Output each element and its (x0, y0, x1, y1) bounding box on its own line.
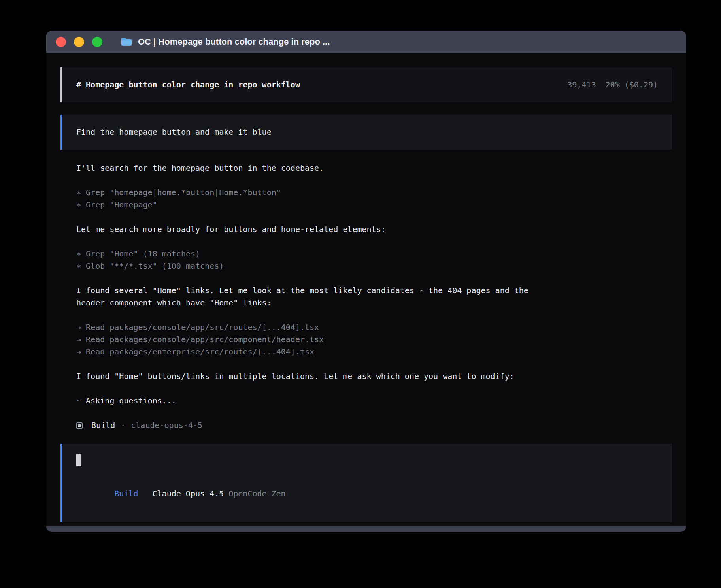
tool-call-group: ∗ Grep "Home" (18 matches)∗ Glob "**/*.t… (76, 248, 672, 272)
folder-icon (121, 37, 132, 47)
footer-hints-left: esc interrupt (130, 531, 192, 532)
user-message-text: Find the homepage button and make it blu… (76, 127, 272, 137)
tool-call-line: ∗ Grep "Homepage" (76, 199, 672, 211)
assistant-message: I found "Home" buttons/links in multiple… (76, 370, 557, 383)
assistant-message: I found several "Home" links. Let me loo… (76, 285, 557, 309)
session-title: # Homepage button color change in repo w… (76, 79, 300, 91)
agent-separator: · (121, 419, 125, 432)
tool-call-line: → Read packages/enterprise/src/routes/[.… (76, 346, 672, 358)
tool-call-group: ∗ Grep "homepage|home.*button|Home.*butt… (76, 187, 672, 211)
close-button[interactable] (56, 37, 66, 47)
text-cursor (76, 454, 81, 466)
prompt-input[interactable]: BuildClaude Opus 4.5OpenCode Zen (60, 444, 672, 522)
key-hint: ctrl+t variants (447, 531, 518, 532)
status-bar: esc interrupt ctrl+t variantstab agentsc… (60, 531, 672, 532)
tool-call-line: ∗ Grep "homepage|home.*button|Home.*butt… (76, 187, 672, 199)
key-hint: esc interrupt (130, 531, 192, 532)
model-name-label: Claude Opus 4.5 (153, 489, 224, 498)
agent-name: Build (91, 419, 115, 432)
key-hint: ctrl+p commands (600, 531, 672, 532)
provider-label: OpenCode Zen (228, 489, 286, 498)
key-hint: tab agents (536, 531, 583, 532)
zoom-button[interactable] (92, 37, 102, 47)
agent-status-row: Build·claude-opus-4-5 (76, 419, 672, 432)
minimize-button[interactable] (74, 37, 84, 47)
tool-call-group: → Read packages/console/app/src/routes/[… (76, 321, 672, 358)
assistant-message: I'll search for the homepage button in t… (76, 162, 557, 174)
transcript: I'll search for the homepage button in t… (60, 162, 672, 444)
agent-mode-label: Build (114, 489, 138, 498)
assistant-message: ~ Asking questions... (76, 395, 557, 407)
window-title: OC | Homepage button color change in rep… (138, 37, 330, 47)
tool-call-line: → Read packages/console/app/src/routes/[… (76, 321, 672, 334)
session-stats: 39,413 20% ($0.29) (567, 79, 658, 91)
titlebar[interactable]: OC | Homepage button color change in rep… (46, 31, 686, 53)
tool-call-line: ∗ Grep "Home" (18 matches) (76, 248, 672, 260)
model-row: BuildClaude Opus 4.5OpenCode Zen (76, 475, 658, 512)
tool-call-line: → Read packages/console/app/src/componen… (76, 334, 672, 346)
terminal-window: OC | Homepage button color change in rep… (46, 31, 686, 532)
footer-hints-right: ctrl+t variantstab agentsctrl+p commands (429, 531, 672, 532)
tool-call-line: ∗ Glob "**/*.tsx" (100 matches) (76, 260, 672, 272)
assistant-message: Let me search more broadly for buttons a… (76, 223, 557, 236)
user-message: Find the homepage button and make it blu… (60, 115, 672, 150)
agent-model: claude-opus-4-5 (131, 419, 202, 432)
terminal-content: # Homepage button color change in repo w… (46, 53, 686, 526)
session-header: # Homepage button color change in repo w… (60, 67, 672, 102)
agent-icon (76, 422, 83, 429)
